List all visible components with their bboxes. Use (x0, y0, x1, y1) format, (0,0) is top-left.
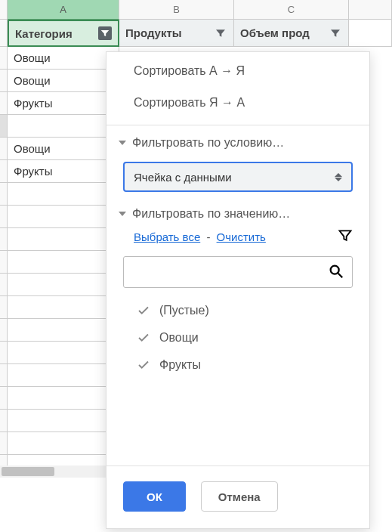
filter-icon[interactable] (329, 26, 342, 40)
column-header-B[interactable]: B (119, 0, 234, 20)
cell[interactable]: Фрукты (8, 92, 119, 115)
row-header[interactable] (0, 138, 8, 160)
corner-cell[interactable] (0, 0, 8, 20)
row-header[interactable] (0, 274, 8, 296)
select-updown-icon (335, 173, 342, 181)
row-header[interactable] (0, 410, 8, 432)
cell[interactable] (8, 251, 119, 274)
value-item-label: (Пустые) (159, 304, 209, 317)
row-header[interactable] (0, 115, 8, 138)
filter-by-value-label: Фильтровать по значению… (132, 207, 290, 221)
row-header[interactable] (0, 183, 8, 206)
check-icon (137, 331, 150, 345)
search-icon[interactable] (328, 263, 344, 282)
row-header[interactable] (0, 364, 8, 387)
filter-header-empty (349, 20, 392, 47)
column-headers-row: A B C (0, 0, 392, 20)
cell[interactable] (8, 319, 119, 342)
row-header[interactable] (0, 296, 8, 319)
cell[interactable] (8, 296, 119, 319)
value-list: (Пустые)ОвощиФрукты (106, 297, 369, 379)
dash: - (203, 230, 213, 243)
panel-footer: ОК Отмена (106, 466, 369, 528)
filter-by-condition-header[interactable]: Фильтровать по условию… (106, 131, 369, 154)
svg-line-1 (338, 273, 343, 277)
column-header-C[interactable]: C (234, 0, 349, 20)
cell[interactable]: Овощи (8, 70, 119, 92)
filter-header-B-label: Продукты (125, 26, 182, 39)
filter-header-A-label: Категория (15, 27, 73, 40)
filter-header-C[interactable]: Объем прод (234, 20, 349, 47)
condition-select-value: Ячейка с данными (134, 171, 232, 184)
column-header-A[interactable]: A (8, 0, 119, 20)
filter-header-A[interactable]: Категория (8, 20, 119, 47)
filter-header-row: Категория Продукты Объем прод (0, 20, 392, 47)
value-item-label: Овощи (159, 331, 199, 345)
ok-button[interactable]: ОК (123, 481, 186, 512)
filter-icon[interactable] (214, 26, 227, 40)
cancel-button[interactable]: Отмена (201, 481, 278, 512)
condition-select[interactable]: Ячейка с данными (123, 162, 353, 192)
cell[interactable] (8, 432, 119, 455)
cell[interactable] (8, 274, 119, 296)
cell[interactable] (8, 342, 119, 364)
value-item[interactable]: Фрукты (137, 351, 353, 379)
cell[interactable]: Овощи (8, 47, 119, 70)
row-header[interactable] (0, 206, 8, 228)
funnel-icon[interactable] (338, 228, 353, 246)
row-header[interactable] (0, 70, 8, 92)
row-header[interactable] (0, 228, 8, 251)
value-item[interactable]: (Пустые) (137, 297, 353, 324)
horizontal-scrollbar[interactable] (0, 466, 119, 478)
row-header[interactable] (0, 92, 8, 115)
svg-point-0 (331, 265, 339, 274)
cell[interactable] (8, 206, 119, 228)
row-header[interactable] (0, 342, 8, 364)
chevron-down-icon (119, 141, 126, 145)
divider (106, 125, 369, 125)
row-header[interactable] (0, 387, 8, 410)
cell[interactable]: Фрукты (8, 160, 119, 183)
filter-icon[interactable] (98, 26, 112, 40)
value-item[interactable]: Овощи (137, 324, 353, 351)
select-all-link[interactable]: Выбрать все (134, 230, 200, 243)
filter-by-value-header[interactable]: Фильтровать по значению… (106, 203, 369, 225)
row-header[interactable] (0, 432, 8, 455)
row-header[interactable] (0, 160, 8, 183)
clear-link[interactable]: Очистить (217, 230, 266, 243)
row-header[interactable] (0, 319, 8, 342)
value-item-label: Фрукты (159, 358, 201, 372)
cell[interactable] (8, 115, 119, 138)
cell[interactable] (8, 410, 119, 432)
row-header[interactable] (0, 47, 8, 70)
cell[interactable]: Овощи (8, 138, 119, 160)
row-header[interactable] (0, 251, 8, 274)
check-icon (137, 358, 150, 372)
cell[interactable] (8, 228, 119, 251)
row-corner (0, 20, 8, 47)
chevron-down-icon (119, 212, 126, 216)
column-header-D[interactable] (349, 0, 392, 20)
cell[interactable] (8, 364, 119, 387)
filter-by-condition-label: Фильтровать по условию… (132, 136, 284, 150)
filter-dropdown-panel: Сортировать А → Я Сортировать Я → А Филь… (106, 51, 370, 529)
cell[interactable] (8, 387, 119, 410)
cell[interactable] (8, 183, 119, 206)
search-box[interactable] (123, 256, 353, 288)
select-clear-row: Выбрать все - Очистить (106, 225, 369, 253)
filter-header-B[interactable]: Продукты (119, 20, 234, 47)
scrollbar-thumb[interactable] (2, 467, 54, 476)
sort-descending[interactable]: Сортировать Я → А (106, 87, 369, 119)
filter-header-C-label: Объем прод (240, 26, 310, 39)
search-input[interactable] (131, 265, 322, 280)
check-icon (137, 304, 150, 317)
sort-ascending[interactable]: Сортировать А → Я (106, 55, 369, 87)
